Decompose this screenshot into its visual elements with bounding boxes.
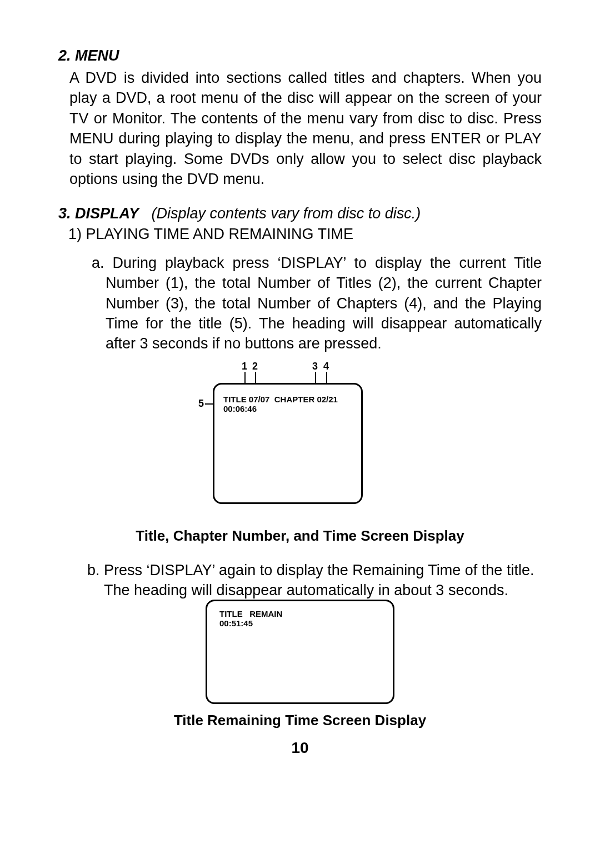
- section-3-heading: 3. DISPLAY (Display contents vary from d…: [58, 205, 542, 222]
- section-3-number: 3.: [58, 205, 71, 222]
- figure-2: TITLE REMAIN 00:51:45: [58, 602, 542, 706]
- osd1-chapter-total: 21: [328, 395, 338, 404]
- callout-1: 1: [242, 361, 247, 372]
- section-3-note: (Display contents vary from disc to disc…: [152, 205, 421, 222]
- section-3-label: DISPLAY: [75, 205, 139, 222]
- section-2-body: A DVD is divided into sections called ti…: [69, 68, 542, 189]
- item-a-text: a. During playback press ‘DISPLAY’ to di…: [92, 253, 542, 354]
- osd1-chapter-label: CHAPTER: [274, 395, 315, 404]
- figure-1-caption: Title, Chapter Number, and Time Screen D…: [58, 527, 542, 545]
- callout-5: 5: [198, 398, 204, 410]
- section-3-sub1: 1) PLAYING TIME AND REMAINING TIME: [68, 226, 542, 243]
- manual-page: 2. MENU A DVD is divided into sections c…: [58, 47, 542, 772]
- section-3: 3. DISPLAY (Display contents vary from d…: [58, 205, 542, 757]
- callout-2-tick: [255, 372, 256, 384]
- figure-1-osd: TITLE 07/07 CHAPTER 02/21 00:06:46: [223, 395, 338, 414]
- callout-2: 2: [252, 361, 258, 372]
- osd1-title-current: 07: [249, 395, 258, 404]
- section-3-item-b: b. Press ‘DISPLAY’ again to display the …: [87, 560, 542, 601]
- osd2-line1: TITLE REMAIN: [219, 609, 282, 618]
- osd1-title-label: TITLE: [223, 395, 247, 404]
- section-3-item-a: a. During playback press ‘DISPLAY’ to di…: [92, 253, 542, 354]
- section-2-label: MENU: [75, 47, 119, 64]
- osd1-time: 00:06:46: [223, 404, 257, 413]
- osd1-chapter-current: 02: [317, 395, 326, 404]
- figure-2-screen: TITLE REMAIN 00:51:45: [206, 600, 394, 704]
- callout-1-tick: [244, 372, 246, 384]
- figure-2-osd: TITLE REMAIN 00:51:45: [219, 609, 282, 628]
- figure-2-caption: Title Remaining Time Screen Display: [58, 712, 542, 729]
- figure-1-screen: TITLE 07/07 CHAPTER 02/21 00:06:46: [213, 383, 363, 504]
- callout-3-tick: [315, 372, 316, 384]
- osd1-title-total: 07: [261, 395, 270, 404]
- page-number: 10: [58, 739, 542, 757]
- callout-4: 4: [323, 361, 329, 372]
- callout-3: 3: [312, 361, 318, 372]
- callout-4-tick: [326, 372, 327, 384]
- figure-1: 1 2 3 4 5 TITLE 07/07 CHAPTER 02/21 00:0…: [58, 361, 542, 527]
- section-2-heading: 2. MENU: [58, 47, 542, 64]
- section-2-number: 2.: [58, 47, 71, 64]
- osd2-line2: 00:51:45: [219, 618, 253, 628]
- item-b-text: b. Press ‘DISPLAY’ again to display the …: [87, 560, 542, 601]
